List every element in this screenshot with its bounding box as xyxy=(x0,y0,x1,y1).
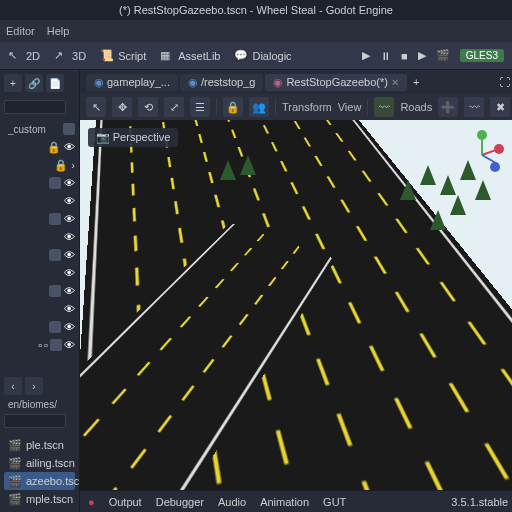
visibility-icon[interactable]: 👁 xyxy=(64,303,75,315)
tab-dialogic[interactable]: 💬Dialogic xyxy=(234,49,291,63)
script-attach-icon[interactable]: 📄 xyxy=(46,74,64,92)
roads-label: Roads xyxy=(400,101,432,113)
tab-2d[interactable]: ↖2D xyxy=(8,49,40,63)
visibility-icon[interactable]: 👁 xyxy=(64,213,75,225)
visibility-icon[interactable]: 👁 xyxy=(64,249,75,261)
workspace-tabs: ↖2D ↗3D 📜Script ▦AssetLib 💬Dialogic ▶ ⏸ … xyxy=(0,42,512,70)
scene-icon: 🎬 xyxy=(8,493,22,506)
transform-menu[interactable]: Transform xyxy=(282,101,332,113)
node-icon xyxy=(49,249,61,261)
close-icon[interactable]: ✕ xyxy=(391,77,399,88)
rotate-tool-icon[interactable]: ⟲ xyxy=(138,97,158,117)
scene-tab[interactable]: ◉/reststop_g xyxy=(180,74,263,91)
roads-plugin-icon[interactable]: 〰 xyxy=(374,97,394,117)
tab-output[interactable]: Output xyxy=(109,496,142,508)
select-tool-icon[interactable]: ↖ xyxy=(86,97,106,117)
node-icon xyxy=(49,177,61,189)
group-tool-icon[interactable]: 👥 xyxy=(249,97,269,117)
scene-icon: ◉ xyxy=(273,76,283,89)
left-panel: + 🔗 📄 _custom 🔒👁 🔒› 👁 👁 👁 👁 👁 👁 👁 👁 👁 ▫▫… xyxy=(0,70,80,512)
scene-tabs: ◉gameplay_... ◉/reststop_g ◉RestStopGaze… xyxy=(80,70,512,94)
play-custom-icon[interactable]: 🎬 xyxy=(436,49,450,62)
scene-icon: ◉ xyxy=(94,76,104,89)
visibility-icon[interactable]: 👁 xyxy=(64,231,75,243)
add-scene-icon[interactable]: + xyxy=(413,76,419,88)
node-icon xyxy=(49,285,61,297)
play-controls: ▶ ⏸ ■ ▶ 🎬 GLES3 xyxy=(362,49,504,62)
visibility-icon[interactable]: 👁 xyxy=(64,285,75,297)
file-item[interactable]: 🎬mple.tscn xyxy=(4,490,75,508)
file-item[interactable]: 🎬ailing.tscn xyxy=(4,454,75,472)
tab-gut[interactable]: GUT xyxy=(323,496,346,508)
fs-fwd-icon[interactable]: › xyxy=(25,377,43,395)
scene-icon: 🎬 xyxy=(8,439,22,452)
fs-back-icon[interactable]: ‹ xyxy=(4,377,22,395)
scene-filter-input[interactable] xyxy=(4,100,66,114)
tab-debugger[interactable]: Debugger xyxy=(156,496,204,508)
instance-icon[interactable]: ▫ xyxy=(44,339,48,351)
play-scene-icon[interactable]: ▶ xyxy=(418,49,426,62)
visibility-icon[interactable]: 👁 xyxy=(64,141,75,153)
dialogic-icon: 💬 xyxy=(234,49,248,63)
menu-help[interactable]: Help xyxy=(47,25,70,37)
tab-audio[interactable]: Audio xyxy=(218,496,246,508)
orientation-gizmo[interactable] xyxy=(458,130,506,178)
titlebar: (*) RestStopGazeebo.tscn - Wheel Steal -… xyxy=(0,0,512,20)
node-icon xyxy=(50,339,62,351)
menu-editor[interactable]: Editor xyxy=(6,25,35,37)
list-tool-icon[interactable]: ☰ xyxy=(190,97,210,117)
cursor-2d-icon: ↖ xyxy=(8,49,22,63)
view-menu[interactable]: View xyxy=(338,101,362,113)
tab-animation[interactable]: Animation xyxy=(260,496,309,508)
file-item[interactable]: 🎬azeebo.tscn xyxy=(4,472,75,490)
renderer-badge[interactable]: GLES3 xyxy=(460,49,504,62)
perspective-label[interactable]: 📷 Perspective xyxy=(88,128,178,147)
visibility-icon[interactable]: 👁 xyxy=(64,195,75,207)
visibility-icon[interactable]: 👁 xyxy=(64,177,75,189)
play-icon[interactable]: ▶ xyxy=(362,49,370,62)
bottom-panel: ● Output Debugger Audio Animation GUT 3.… xyxy=(80,490,512,512)
camera-icon: 📷 xyxy=(96,131,110,143)
lock-tool-icon[interactable]: 🔒 xyxy=(223,97,243,117)
output-indicator-icon: ● xyxy=(88,496,95,508)
pause-icon[interactable]: ⏸ xyxy=(380,50,391,62)
tab-assetlib[interactable]: ▦AssetLib xyxy=(160,49,220,63)
visibility-icon[interactable]: 👁 xyxy=(64,339,75,351)
scene-tree[interactable]: _custom 🔒👁 🔒› 👁 👁 👁 👁 👁 👁 👁 👁 👁 ▫▫👁 xyxy=(0,118,79,356)
scene-icon: ◉ xyxy=(188,76,198,89)
scene-tab[interactable]: ◉gameplay_... xyxy=(86,74,178,91)
visibility-icon[interactable]: 👁 xyxy=(64,321,75,333)
visibility-icon[interactable]: 👁 xyxy=(64,267,75,279)
assetlib-icon: ▦ xyxy=(160,49,174,63)
stop-icon[interactable]: ■ xyxy=(401,50,408,62)
lock-icon[interactable]: 🔒 xyxy=(54,159,68,172)
viewport-toolbar: ↖ ✥ ⟲ ⤢ ☰ 🔒 👥 Transform View 〰 Roads ➕ 〰… xyxy=(80,94,512,120)
fs-filter-input[interactable] xyxy=(4,414,66,428)
scene-icon: 🎬 xyxy=(8,457,22,470)
scene-icon: 🎬 xyxy=(8,475,22,488)
chevron-icon[interactable]: › xyxy=(71,159,75,171)
tab-3d[interactable]: ↗3D xyxy=(54,49,86,63)
menubar: Editor Help xyxy=(0,20,512,42)
file-item[interactable]: 🎬ple.tscn xyxy=(4,436,75,454)
3d-viewport[interactable]: 📷 Perspective xyxy=(80,120,512,490)
distraction-free-icon[interactable]: ⛶ xyxy=(499,76,510,88)
add-node-icon[interactable]: + xyxy=(4,74,22,92)
add-icon[interactable]: ▫ xyxy=(38,339,42,351)
version-label: 3.5.1.stable xyxy=(451,496,508,508)
roads-tool-icon[interactable]: 〰 xyxy=(464,97,484,117)
script-icon: 📜 xyxy=(100,49,114,63)
file-list: 🎬ple.tscn 🎬ailing.tscn 🎬azeebo.tscn 🎬mpl… xyxy=(0,432,79,512)
scale-tool-icon[interactable]: ⤢ xyxy=(164,97,184,117)
link-icon[interactable]: 🔗 xyxy=(25,74,43,92)
viewport: ◉gameplay_... ◉/reststop_g ◉RestStopGaze… xyxy=(80,70,512,512)
cursor-3d-icon: ↗ xyxy=(54,49,68,63)
folder-label[interactable]: en/biomes/ xyxy=(8,399,57,410)
roads-tool-icon[interactable]: ✖ xyxy=(490,97,510,117)
scene-tab[interactable]: ◉RestStopGazeebo(*)✕ xyxy=(265,74,407,91)
move-tool-icon[interactable]: ✥ xyxy=(112,97,132,117)
lock-icon[interactable]: 🔒 xyxy=(47,141,61,154)
tab-script[interactable]: 📜Script xyxy=(100,49,146,63)
node-icon xyxy=(49,321,61,333)
roads-tool-icon[interactable]: ➕ xyxy=(438,97,458,117)
